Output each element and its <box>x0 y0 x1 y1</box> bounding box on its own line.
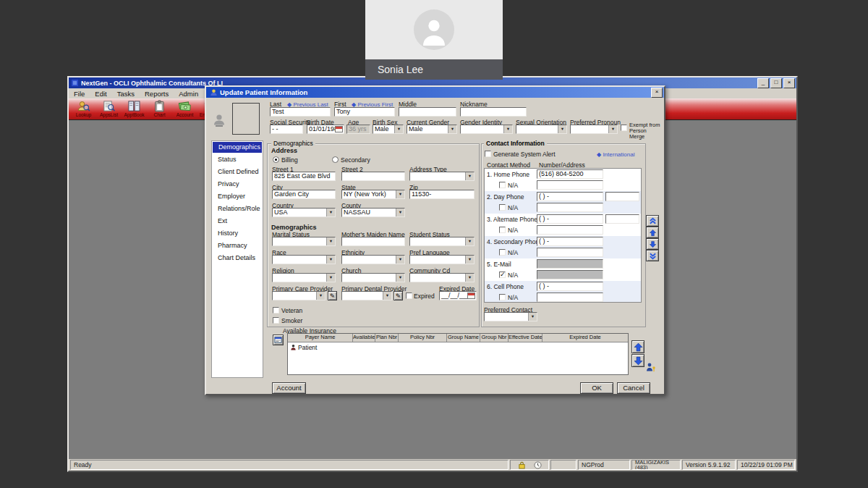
expired-date-input[interactable]: __/__/____ <box>439 291 477 300</box>
day-phone-na-checkbox[interactable] <box>499 204 506 211</box>
cancel-button[interactable]: Cancel <box>617 382 650 394</box>
move-bottom-button[interactable] <box>646 250 659 261</box>
city-input[interactable]: Garden City <box>272 190 336 199</box>
current-gender-dropdown[interactable]: Male▼ <box>407 125 457 134</box>
community-cd-dropdown[interactable]: ▼ <box>409 273 475 282</box>
sexual-orientation-dropdown[interactable]: ▼ <box>516 125 567 134</box>
pref-language-dropdown[interactable]: ▼ <box>409 255 475 264</box>
chevron-down-icon[interactable]: ▼ <box>326 274 335 282</box>
chevron-down-icon[interactable]: ▼ <box>396 209 404 216</box>
smoker-checkbox[interactable] <box>273 317 279 324</box>
calendar-icon[interactable] <box>467 293 475 299</box>
expired-checkbox[interactable] <box>406 293 412 299</box>
marital-status-dropdown[interactable]: ▼ <box>272 237 336 246</box>
sidebar-item-client-defined[interactable]: Client Defined <box>212 166 263 178</box>
calendar-icon[interactable] <box>335 126 343 132</box>
international-link[interactable]: ◆ International <box>597 151 634 158</box>
gender-identity-dropdown[interactable]: ▼ <box>460 125 513 134</box>
move-top-button[interactable] <box>646 215 659 227</box>
chevron-down-icon[interactable]: ▼ <box>326 237 335 245</box>
move-down-button[interactable] <box>646 238 659 250</box>
insurance-card-button[interactable] <box>273 335 284 345</box>
primary-care-edit-button[interactable]: ✎ <box>328 291 337 300</box>
toolbar-apptbook-button[interactable]: ApptBook <box>122 99 147 117</box>
middle-name-input[interactable] <box>399 107 456 117</box>
toolbar-lookup-button[interactable]: Lookup <box>71 99 96 117</box>
cell-phone-comment-input[interactable] <box>537 293 603 302</box>
close-button[interactable]: × <box>783 78 795 88</box>
veteran-checkbox[interactable] <box>273 307 279 314</box>
primary-dental-edit-button[interactable]: ✎ <box>393 291 403 300</box>
chevron-down-icon[interactable]: ▼ <box>465 172 474 180</box>
cell-phone-na-checkbox[interactable] <box>499 294 506 300</box>
mothers-maiden-input[interactable] <box>341 237 405 246</box>
last-name-input[interactable]: Test <box>270 107 331 117</box>
secondary-phone-comment-input[interactable] <box>537 248 603 257</box>
chevron-down-icon[interactable]: ▼ <box>383 292 391 300</box>
nickname-input[interactable] <box>460 107 527 117</box>
preferred-pronoun-dropdown[interactable]: ▼ <box>570 125 618 134</box>
chevron-down-icon[interactable]: ▼ <box>608 125 617 133</box>
chevron-down-icon[interactable]: ▼ <box>396 190 404 198</box>
toolbar-appslist-button[interactable]: AppsList <box>96 99 122 117</box>
chevron-down-icon[interactable]: ▼ <box>396 274 404 282</box>
home-phone-comment-input[interactable] <box>537 180 603 190</box>
chevron-down-icon[interactable]: ▼ <box>528 313 537 321</box>
account-button[interactable]: Account <box>272 382 306 394</box>
day-phone-input[interactable]: ( ) - <box>537 192 603 201</box>
country-dropdown[interactable]: USA▼ <box>272 208 336 217</box>
address-type-dropdown[interactable]: ▼ <box>409 172 475 181</box>
first-name-input[interactable]: Tony <box>334 107 395 117</box>
student-status-dropdown[interactable]: ▼ <box>409 237 475 246</box>
home-phone-input[interactable]: (516) 804-5200 <box>537 169 603 179</box>
alternate-phone-ext-input[interactable] <box>605 214 639 224</box>
street1-input[interactable]: 825 East Gate Blvd <box>272 172 336 181</box>
zip-input[interactable]: 11530- <box>409 190 475 199</box>
menu-reports[interactable]: Reports <box>140 90 174 98</box>
ethnicity-dropdown[interactable]: ▼ <box>341 255 405 264</box>
menu-edit[interactable]: Edit <box>90 90 111 98</box>
chevron-down-icon[interactable]: ▼ <box>326 256 335 264</box>
sidebar-item-ext[interactable]: Ext <box>212 215 263 227</box>
day-phone-comment-input[interactable] <box>537 203 603 212</box>
restore-button[interactable]: □ <box>770 78 782 88</box>
move-up-button[interactable] <box>646 227 659 238</box>
menu-tasks[interactable]: Tasks <box>112 90 140 98</box>
sidebar-item-privacy[interactable]: Privacy <box>212 178 263 190</box>
insurance-move-down-button[interactable] <box>631 354 644 367</box>
preferred-contact-dropdown[interactable]: ▼ <box>484 312 537 321</box>
sidebar-item-relations-role[interactable]: Relations/Role <box>212 203 263 215</box>
religion-dropdown[interactable]: ▼ <box>272 273 336 282</box>
church-dropdown[interactable]: ▼ <box>341 273 405 282</box>
sidebar-item-employer[interactable]: Employer <box>212 190 263 203</box>
minimize-button[interactable]: _ <box>757 78 769 88</box>
sidebar-item-history[interactable]: History <box>212 227 263 240</box>
toolbar-chart-button[interactable]: Chart <box>147 99 172 117</box>
day-phone-ext-input[interactable] <box>605 192 639 201</box>
menu-file[interactable]: File <box>69 90 90 98</box>
insurance-row-patient[interactable]: Patient <box>288 342 628 352</box>
street2-input[interactable] <box>341 172 405 181</box>
dialog-titlebar[interactable]: Update Patient Information × <box>206 87 664 98</box>
person-key-icon[interactable] <box>646 362 656 372</box>
chevron-down-icon[interactable]: ▼ <box>326 209 335 216</box>
dialog-close-button[interactable]: × <box>651 88 663 98</box>
menu-admin[interactable]: Admin <box>174 90 203 98</box>
sidebar-item-demographics[interactable]: Demographics <box>213 142 262 153</box>
sidebar-item-pharmacy[interactable]: Pharmacy <box>212 240 263 252</box>
alternate-phone-input[interactable]: ( ) - <box>537 214 603 224</box>
chevron-down-icon[interactable]: ▼ <box>396 256 404 264</box>
chevron-down-icon[interactable]: ▼ <box>503 125 512 133</box>
county-dropdown[interactable]: NASSAU▼ <box>341 208 405 217</box>
chevron-down-icon[interactable]: ▼ <box>465 237 474 245</box>
cell-phone-input[interactable]: ( ) - <box>537 282 603 291</box>
toolbar-account-button[interactable]: Account <box>172 99 197 117</box>
alternate-phone-na-checkbox[interactable] <box>499 227 506 233</box>
chevron-down-icon[interactable]: ▼ <box>394 125 403 133</box>
sidebar-item-chart-details[interactable]: Chart Details <box>212 252 263 264</box>
secondary-phone-na-checkbox[interactable] <box>499 249 506 256</box>
exempt-merge-checkbox[interactable] <box>621 125 627 131</box>
primary-care-dropdown[interactable]: ▼ <box>272 291 326 300</box>
chevron-down-icon[interactable]: ▼ <box>465 256 474 264</box>
patient-photo-box[interactable] <box>232 103 260 135</box>
